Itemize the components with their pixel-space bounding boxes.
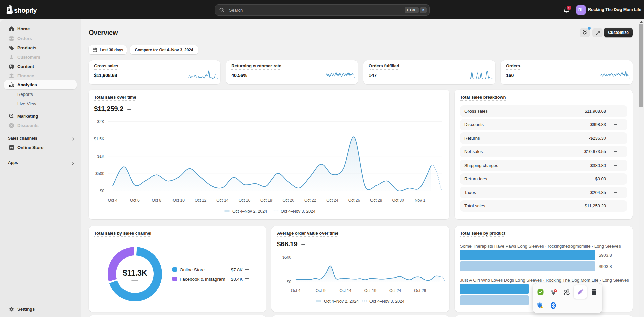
svg-text:$2K: $2K — [97, 119, 104, 124]
svg-text:Online Store: Online Store — [180, 267, 205, 272]
svg-text:Oct 20: Oct 20 — [283, 198, 295, 203]
svg-text:$1.5K: $1.5K — [94, 137, 104, 141]
svg-text:Oct 4: Oct 4 — [108, 198, 118, 203]
svg-text:Oct 4–Nov 3, 2024: Oct 4–Nov 3, 2024 — [281, 209, 315, 214]
svg-text:$1K: $1K — [97, 154, 104, 159]
svg-text:Oct 19: Oct 19 — [364, 288, 377, 293]
svg-text:$500: $500 — [282, 255, 291, 260]
svg-text:$0: $0 — [100, 189, 105, 193]
svg-text:Oct 30: Oct 30 — [392, 198, 404, 203]
svg-text:$3.4K: $3.4K — [231, 277, 243, 282]
svg-text:Oct 14: Oct 14 — [340, 288, 352, 293]
svg-text:Oct 12: Oct 12 — [195, 198, 207, 203]
svg-text:Oct 26: Oct 26 — [348, 198, 360, 203]
svg-text:Nov 1: Nov 1 — [415, 198, 426, 203]
svg-text:Facebook & Instagram: Facebook & Instagram — [180, 277, 225, 282]
svg-text:$0: $0 — [287, 280, 292, 284]
svg-text:Oct 28: Oct 28 — [370, 198, 382, 203]
svg-text:Oct 18: Oct 18 — [260, 198, 273, 203]
svg-text:Oct 8: Oct 8 — [152, 198, 161, 203]
svg-text:$500: $500 — [95, 171, 104, 176]
svg-text:Oct 6: Oct 6 — [130, 198, 140, 203]
svg-text:$7.8K: $7.8K — [231, 267, 243, 272]
svg-text:Oct 16: Oct 16 — [239, 198, 251, 203]
svg-text:$11.3K: $11.3K — [123, 269, 147, 277]
svg-text:Oct 4–Nov 3, 2024: Oct 4–Nov 3, 2024 — [369, 299, 404, 304]
svg-text:Oct 14: Oct 14 — [216, 198, 229, 203]
svg-text:Oct 29: Oct 29 — [414, 288, 426, 293]
svg-text:Oct 10: Oct 10 — [173, 198, 185, 203]
svg-text:Oct 4–Nov 2, 2024: Oct 4–Nov 2, 2024 — [232, 209, 267, 214]
svg-text:shopify: shopify — [14, 7, 37, 14]
svg-text:Oct 22: Oct 22 — [304, 198, 316, 203]
svg-text:Oct 4: Oct 4 — [291, 288, 301, 293]
svg-text:Oct 9: Oct 9 — [316, 288, 326, 293]
svg-text:Oct 4–Nov 2, 2024: Oct 4–Nov 2, 2024 — [324, 299, 359, 304]
svg-text:Oct 24: Oct 24 — [326, 198, 338, 203]
svg-text:Oct 24: Oct 24 — [389, 288, 401, 293]
